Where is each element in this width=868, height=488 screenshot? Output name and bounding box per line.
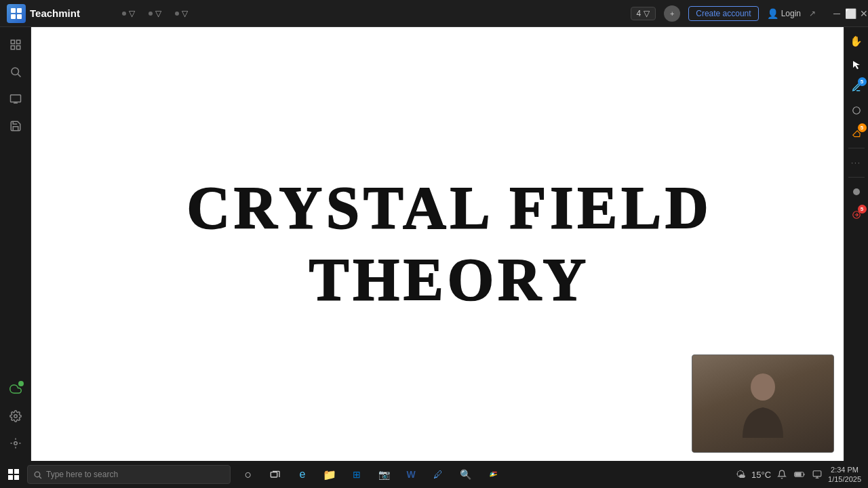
svg-point-16	[852, 107, 860, 115]
svg-rect-20	[8, 469, 13, 474]
arrow-badge: 5	[858, 205, 867, 214]
svg-rect-7	[16, 46, 20, 49]
teachmint-logo-icon	[7, 4, 26, 23]
right-toolbar: ✋ 5 5 ··· 5	[844, 27, 868, 461]
top-bar-tabs: ▽ ▽ ▽	[122, 9, 631, 18]
pen-badge: 5	[858, 77, 867, 86]
taskbar-weather-icon[interactable]: 🌤	[734, 468, 747, 481]
taskbar-apps: ○ e 📁 ⊞ 📷 W 🖊 🔍	[231, 462, 734, 487]
svg-point-19	[751, 373, 775, 401]
svg-rect-4	[11, 40, 14, 43]
svg-rect-31	[795, 472, 801, 476]
taskbar-edge[interactable]: e	[290, 462, 315, 487]
svg-rect-2	[11, 14, 16, 19]
svg-rect-30	[804, 474, 804, 476]
badge-button[interactable]: 4 ▽	[631, 7, 656, 20]
tab-1[interactable]: ▽	[122, 9, 135, 18]
toolbar-divider2	[848, 177, 865, 178]
svg-rect-5	[16, 40, 20, 43]
tab2-dot	[149, 12, 153, 16]
eraser-badge: 5	[858, 123, 867, 132]
slide-title: CRYSTAL FIELD THEORY	[187, 172, 713, 315]
pointer-tool-button[interactable]	[846, 54, 867, 75]
sidebar-cloud-icon[interactable]	[3, 377, 28, 401]
sidebar-settings2-icon[interactable]	[3, 404, 28, 428]
taskbar-teams[interactable]: 📷	[372, 462, 396, 487]
sidebar-search-icon[interactable]	[3, 60, 28, 84]
taskbar: Type here to search ○ e 📁 ⊞ 📷 W 🖊 🔍	[0, 461, 868, 488]
taskbar-right: 🌤 15°C 2:34 PM 1/15/2025	[734, 465, 868, 485]
toolbar-divider	[848, 148, 865, 148]
svg-line-25	[39, 476, 41, 478]
sidebar-slides-icon[interactable]	[3, 87, 28, 111]
search-box[interactable]: Type here to search	[27, 465, 231, 484]
maximize-button[interactable]: ⬜	[846, 9, 854, 18]
svg-rect-32	[813, 471, 821, 476]
svg-marker-15	[853, 61, 860, 69]
taskbar-explorer[interactable]: 📁	[317, 462, 342, 487]
svg-rect-3	[17, 14, 22, 19]
taskbar-multitask[interactable]	[263, 462, 288, 487]
taskbar-clock[interactable]: 2:34 PM 1/15/2025	[828, 465, 861, 485]
taskbar-store[interactable]: ⊞	[344, 462, 369, 487]
sidebar-save-icon[interactable]	[3, 114, 28, 138]
taskbar-search-app[interactable]: 🔍	[453, 462, 477, 487]
taskbar-battery-icon[interactable]	[793, 468, 806, 481]
pen-tool-button[interactable]: 5	[846, 77, 867, 98]
taskbar-chrome[interactable]	[480, 462, 505, 487]
svg-rect-21	[14, 469, 19, 474]
svg-rect-26	[271, 472, 277, 477]
taskbar-teachmint[interactable]: 🖊	[426, 462, 450, 487]
taskbar-cortana[interactable]: ○	[236, 462, 260, 487]
logo-text: Teachmint	[30, 7, 80, 19]
arrow-tool-button[interactable]: 5	[846, 205, 867, 225]
svg-rect-1	[17, 8, 22, 13]
taskbar-display-icon[interactable]	[810, 468, 824, 481]
svg-line-9	[18, 74, 20, 77]
svg-rect-22	[8, 475, 13, 480]
shape-tool-button[interactable]	[846, 100, 867, 121]
svg-rect-10	[10, 95, 20, 102]
user-avatar[interactable]: +	[664, 5, 680, 22]
sidebar-gear-icon[interactable]	[3, 431, 28, 455]
svg-point-8	[12, 68, 19, 75]
svg-point-14	[14, 442, 17, 445]
tab-3[interactable]: ▽	[175, 9, 188, 18]
logo-area: Teachmint	[0, 4, 122, 23]
top-bar-actions: 4 ▽ + Create account 👤 Login ↗	[631, 5, 826, 22]
webcam-overlay	[692, 354, 834, 453]
tab1-dot	[122, 12, 126, 16]
login-button[interactable]: 👤 Login	[767, 8, 801, 19]
window-controls: ─ ⬜ ✕	[826, 9, 868, 18]
more-tools-button[interactable]: ···	[846, 152, 867, 173]
search-placeholder: Type here to search	[46, 470, 118, 479]
taskbar-notifications-icon[interactable]	[775, 468, 789, 481]
minimize-button[interactable]: ─	[833, 9, 841, 18]
sidebar-home-icon[interactable]	[3, 33, 28, 57]
webcam-video	[692, 355, 833, 452]
eraser-tool-button[interactable]: 5	[846, 123, 867, 144]
left-sidebar	[0, 27, 31, 461]
svg-rect-23	[14, 475, 19, 480]
share-button[interactable]: ↗	[809, 9, 816, 18]
svg-point-24	[35, 472, 40, 477]
taskbar-word[interactable]: W	[399, 462, 423, 487]
start-button[interactable]	[0, 461, 27, 488]
dot-tool-button[interactable]	[846, 182, 867, 202]
svg-rect-6	[11, 46, 14, 49]
tab3-dot	[175, 12, 179, 16]
tab-2[interactable]: ▽	[149, 9, 161, 18]
create-account-button[interactable]: Create account	[688, 6, 758, 21]
hand-tool-button[interactable]: ✋	[846, 31, 867, 52]
top-bar: Teachmint ▽ ▽ ▽ 4 ▽ + Create account 👤 L…	[0, 0, 868, 27]
svg-rect-0	[11, 8, 16, 13]
close-button[interactable]: ✕	[860, 9, 868, 18]
taskbar-temperature: 15°C	[751, 470, 771, 480]
svg-point-13	[14, 415, 17, 418]
